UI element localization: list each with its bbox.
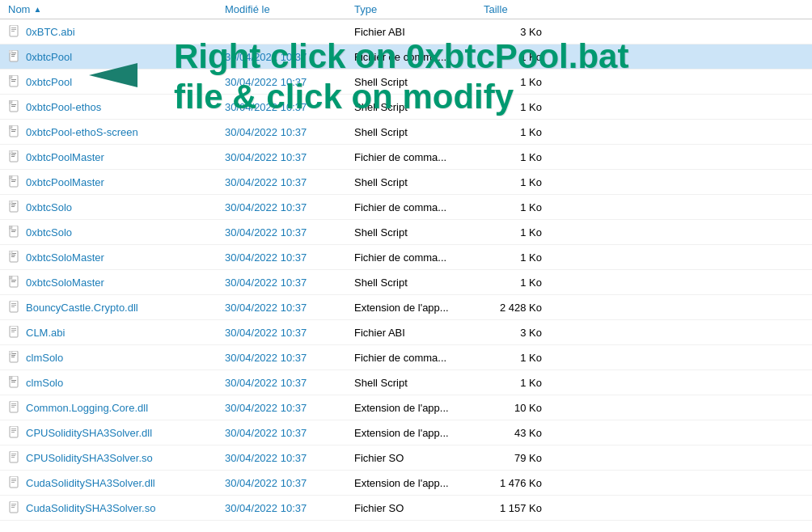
file-type-cell: Extension de l'app...	[348, 302, 477, 314]
svg-rect-33	[11, 206, 15, 207]
svg-rect-62	[9, 376, 12, 379]
table-row[interactable]: Common.Logging.Core.dll30/04/2022 10:37E…	[0, 395, 812, 420]
table-row[interactable]: 0xbtcSoloMaster30/04/2022 10:37Fichier d…	[0, 245, 812, 270]
file-type-cell: Shell Script	[348, 76, 477, 88]
svg-rect-45	[9, 276, 12, 279]
svg-rect-8	[9, 50, 12, 53]
file-name-cell: 0xbtcPool	[0, 50, 218, 63]
svg-rect-11	[11, 79, 16, 80]
table-row[interactable]: 0xbtcSoloMaster30/04/2022 10:37Shell Scr…	[0, 270, 812, 295]
file-size-cell: 1 476 Ko	[477, 477, 558, 489]
file-size-cell: 1 Ko	[477, 51, 558, 63]
svg-rect-84	[11, 507, 15, 508]
file-type-icon	[8, 251, 21, 264]
file-modified-cell: 30/04/2022 10:37	[218, 427, 348, 439]
file-size-cell: 1 157 Ko	[477, 502, 558, 514]
table-row[interactable]: CudaSoliditySHA3Solver.so30/04/2022 10:3…	[0, 496, 812, 521]
file-type-icon	[8, 351, 21, 364]
file-modified-cell: 30/04/2022 10:37	[218, 226, 348, 239]
file-name-cell: 0xBTC.abi	[0, 25, 218, 38]
file-type-icon	[8, 25, 21, 38]
svg-rect-50	[11, 305, 16, 306]
table-row[interactable]: 0xbtcPool-ethos30/04/2022 10:37Shell Scr…	[0, 95, 812, 120]
file-type-cell: Fichier de comma...	[348, 51, 477, 63]
file-type-icon	[8, 501, 21, 514]
svg-rect-32	[11, 205, 15, 205]
svg-rect-76	[11, 457, 15, 458]
file-name-text: 0xbtcPool-ethoS-screen	[26, 126, 138, 138]
table-row[interactable]: 0xbtcPoolMaster30/04/2022 10:37Fichier d…	[0, 145, 812, 170]
col-size-label: Taille	[484, 3, 508, 15]
file-name-text: CPUSoliditySHA3Solver.so	[26, 452, 153, 464]
table-row[interactable]: 0xbtcPoolMaster30/04/2022 10:37Shell Scr…	[0, 170, 812, 195]
table-row[interactable]: BouncyCastle.Crypto.dll30/04/2022 10:37E…	[0, 295, 812, 320]
table-row[interactable]: 0xbtcSolo30/04/2022 10:37Shell Script1 K…	[0, 220, 812, 245]
file-name-text: CudaSoliditySHA3Solver.so	[26, 502, 155, 514]
file-name-cell: CLM.abi	[0, 326, 218, 339]
svg-rect-12	[11, 81, 15, 82]
file-name-text: CLM.abi	[26, 327, 65, 339]
svg-rect-66	[11, 403, 16, 404]
col-type-label: Type	[354, 3, 377, 15]
col-modified-header[interactable]: Modifié le	[218, 3, 348, 15]
svg-rect-49	[11, 303, 16, 304]
svg-rect-16	[11, 106, 15, 107]
svg-rect-46	[11, 280, 16, 281]
svg-rect-75	[11, 455, 15, 456]
svg-rect-14	[9, 100, 12, 103]
table-row[interactable]: 0xbtcPool-ethoS-screen30/04/2022 10:37Sh…	[0, 120, 812, 145]
svg-rect-70	[11, 429, 16, 429]
table-row[interactable]: clmSolo30/04/2022 10:37Shell Script1 Ko	[0, 370, 812, 395]
file-type-cell: Shell Script	[348, 126, 477, 138]
file-size-cell: 1 Ko	[477, 277, 558, 289]
file-type-icon	[8, 125, 21, 138]
col-modified-label: Modifié le	[225, 3, 270, 15]
col-size-header[interactable]: Taille	[477, 3, 558, 15]
file-name-cell: 0xbtcPool-ethos	[0, 100, 218, 113]
file-type-icon	[8, 276, 21, 289]
file-type-cell: Shell Script	[348, 101, 477, 113]
col-name-label: Nom	[8, 3, 30, 15]
table-row[interactable]: CPUSoliditySHA3Solver.dll30/04/2022 10:3…	[0, 420, 812, 445]
file-size-cell: 79 Ko	[477, 452, 558, 464]
file-modified-cell: 30/04/2022 10:37	[218, 352, 348, 364]
table-row[interactable]: 0xbtcPool30/04/2022 10:37Shell Script1 K…	[0, 70, 812, 95]
file-type-icon	[8, 150, 21, 163]
svg-rect-67	[11, 405, 16, 406]
file-name-text: clmSolo	[26, 352, 63, 364]
col-name-header[interactable]: Nom ▲	[0, 3, 218, 15]
svg-rect-60	[9, 351, 12, 354]
svg-rect-1	[11, 27, 16, 28]
table-row[interactable]: 0xbtcSolo30/04/2022 10:37Fichier de comm…	[0, 195, 812, 220]
svg-rect-80	[11, 482, 15, 483]
svg-rect-10	[9, 75, 12, 78]
table-row[interactable]: CudaSoliditySHA3Solver.dll30/04/2022 10:…	[0, 471, 812, 496]
file-name-text: clmSolo	[26, 377, 63, 389]
file-name-cell: 0xbtcPool	[0, 75, 218, 88]
table-row[interactable]: CLM.abi30/04/2022 10:37Fichier ABI3 Ko	[0, 320, 812, 345]
svg-rect-55	[11, 331, 15, 332]
file-name-text: BouncyCastle.Crypto.dll	[26, 302, 138, 314]
file-name-cell: 0xbtcPool-ethoS-screen	[0, 125, 218, 138]
svg-rect-24	[11, 156, 15, 157]
table-row[interactable]: clmSolo30/04/2022 10:37Fichier de comma.…	[0, 345, 812, 370]
file-size-cell: 1 Ko	[477, 251, 558, 264]
file-type-icon	[8, 226, 21, 239]
file-type-icon	[8, 401, 21, 414]
svg-rect-79	[11, 480, 16, 481]
table-row[interactable]: 0xbtcPool30/04/2022 10:37Fichier de comm…	[0, 44, 812, 70]
file-type-cell: Shell Script	[348, 226, 477, 239]
sort-arrow-icon: ▲	[33, 5, 41, 14]
table-row[interactable]: CPUSoliditySHA3Solver.so30/04/2022 10:37…	[0, 445, 812, 471]
svg-rect-83	[11, 505, 15, 506]
col-type-header[interactable]: Type	[348, 3, 477, 15]
file-type-icon	[8, 326, 21, 339]
file-type-cell: Extension de l'app...	[348, 427, 477, 439]
file-type-cell: Shell Script	[348, 176, 477, 188]
file-type-cell: Fichier de comma...	[348, 251, 477, 264]
file-type-icon	[8, 451, 21, 464]
file-modified-cell: 30/04/2022 10:37	[218, 126, 348, 138]
file-name-text: 0xbtcSolo	[26, 201, 72, 213]
file-type-cell: Shell Script	[348, 377, 477, 389]
table-row[interactable]: 0xBTC.abiFichier ABI3 Ko	[0, 19, 812, 44]
